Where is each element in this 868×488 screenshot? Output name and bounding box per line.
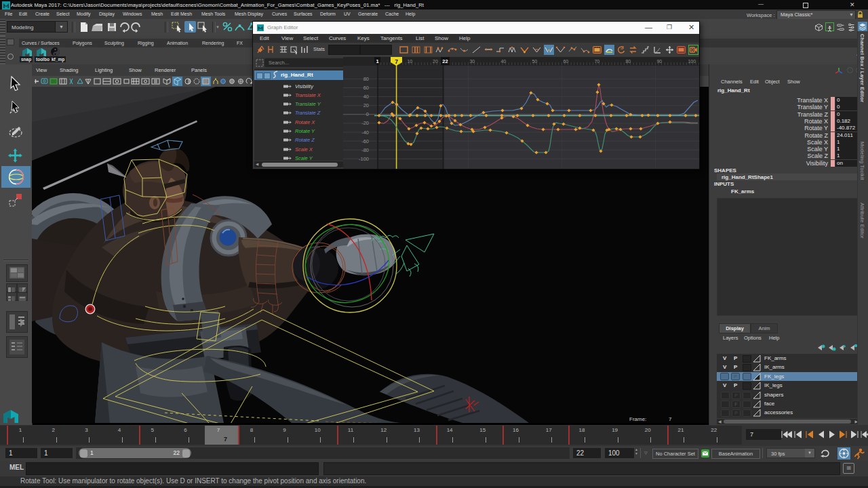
- svg-text:60: 60: [363, 85, 369, 91]
- svg-text:70: 70: [594, 59, 599, 64]
- svg-text:80: 80: [363, 76, 369, 82]
- svg-text:22: 22: [442, 58, 448, 64]
- svg-text:-80: -80: [361, 147, 369, 153]
- svg-text:1: 1: [376, 58, 378, 64]
- svg-text:20: 20: [433, 59, 438, 64]
- svg-text:-60: -60: [361, 138, 369, 144]
- svg-text:100: 100: [688, 59, 696, 64]
- svg-text:40: 40: [500, 59, 506, 64]
- svg-text:60: 60: [563, 59, 568, 64]
- svg-text:0: 0: [366, 111, 369, 117]
- svg-text:7: 7: [395, 58, 398, 65]
- svg-text:50: 50: [532, 59, 537, 64]
- svg-text:-40: -40: [361, 129, 369, 136]
- svg-text:90: 90: [656, 59, 662, 64]
- svg-text:10: 10: [407, 59, 412, 64]
- svg-text:30: 30: [469, 59, 475, 64]
- svg-text:40: 40: [363, 94, 369, 100]
- svg-text:Frame:: Frame:: [629, 416, 646, 422]
- svg-text:-20: -20: [361, 120, 369, 126]
- svg-text:80: 80: [625, 59, 631, 64]
- svg-text:-100: -100: [359, 156, 369, 162]
- svg-text:7: 7: [669, 416, 672, 422]
- svg-text:20: 20: [363, 102, 369, 108]
